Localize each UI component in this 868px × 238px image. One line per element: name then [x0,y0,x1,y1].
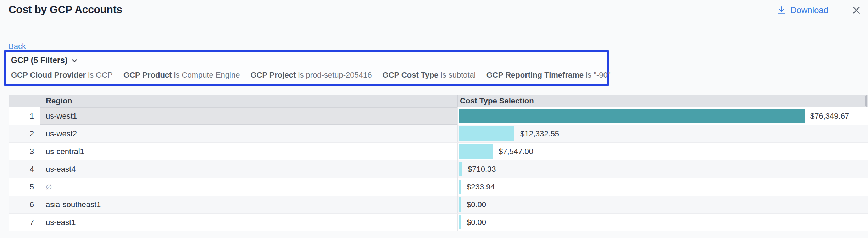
row-number-cell: 2 [9,125,40,142]
top-actions: Download [777,5,862,16]
cost-value-label: $0.00 [467,200,486,209]
filter-item-reporting-timeframe: GCP Reporting Timeframe is "-90" [486,70,611,80]
download-label: Download [790,5,828,15]
grid-header-region[interactable]: Region [40,95,457,107]
vertical-scrollbar[interactable] [865,95,867,107]
filter-item-project: GCP Project is prod-setup-205416 [250,70,372,80]
table-row: 5 ∅ $233.94 [9,178,868,196]
cost-bar [459,162,462,176]
cost-bar [459,180,461,194]
cost-bar [459,109,805,123]
cost-cell[interactable]: $0.00 [457,196,868,213]
region-cell[interactable]: asia-southeast1 [40,196,457,213]
cost-value-label: $0.00 [467,218,486,227]
row-number-cell: 7 [9,214,40,231]
page-title: Cost by GCP Accounts [9,4,122,16]
region-cell[interactable]: us-west1 [40,107,457,125]
cost-cell[interactable]: $76,349.67 [457,107,868,125]
chevron-down-icon [71,57,78,64]
region-label: us-east1 [46,218,76,227]
cost-bar [459,215,461,230]
row-number-cell: 4 [9,160,40,178]
download-icon [777,6,786,15]
filter-group-label: GCP (5 Filters) [11,56,67,65]
table-row: 6 asia-southeast1 $0.00 [9,196,868,214]
cost-cell[interactable]: $710.33 [457,160,868,178]
cost-by-gcp-accounts-flyout: Cost by GCP Accounts Download Back GCP (… [0,0,868,238]
cost-value-label: $233.94 [467,182,495,192]
region-cell[interactable]: us-west2 [40,125,457,142]
filter-item-cloud-provider: GCP Cloud Provider is GCP [11,70,113,80]
row-number-cell: 6 [9,196,40,213]
filter-item-cost-type: GCP Cost Type is subtotal [382,70,475,80]
cost-cell[interactable]: $12,332.55 [457,125,868,142]
table-row: 7 us-east1 $0.00 [9,214,868,231]
region-cell[interactable]: ∅ [40,178,457,196]
cost-value-label: $710.33 [468,165,496,174]
region-cell[interactable]: us-central1 [40,143,457,160]
region-label: ∅ [46,183,52,191]
cost-cell[interactable]: $233.94 [457,178,868,196]
region-cell[interactable]: us-east1 [40,214,457,231]
table-row: 3 us-central1 $7,547.00 [9,143,868,160]
filter-items: GCP Cloud Provider is GCP GCP Product is… [11,70,602,80]
close-button[interactable] [851,5,862,16]
cost-bar [459,197,461,212]
cost-bar [459,144,493,159]
table-row: 2 us-west2 $12,332.55 [9,125,868,143]
region-label: us-east4 [46,165,76,174]
region-label: us-west2 [46,129,77,138]
cost-cell[interactable]: $7,547.00 [457,143,868,160]
table-row: 4 us-east4 $710.33 [9,160,868,178]
close-icon [851,5,862,16]
cost-cell[interactable]: $0.00 [457,214,868,231]
region-label: asia-southeast1 [46,200,101,209]
download-button[interactable]: Download [777,5,828,15]
region-label: us-central1 [46,147,84,156]
cost-value-label: $7,547.00 [499,147,533,156]
row-number-cell: 5 [9,178,40,196]
grid-header-row: Region Cost Type Selection [9,95,868,107]
table-row: 1 us-west1 $76,349.67 [9,107,868,125]
grid-body: 1 us-west1 $76,349.67 2 us-west2 $12,332… [9,107,868,231]
grid-header-cost-type-selection[interactable]: Cost Type Selection [457,95,868,107]
filter-group-toggle[interactable]: GCP (5 Filters) [11,56,602,65]
cost-value-label: $76,349.67 [810,112,849,121]
row-number-cell: 3 [9,143,40,160]
row-number-cell: 1 [9,107,40,125]
cost-data-grid: Region Cost Type Selection 1 us-west1 $7… [9,95,868,231]
cost-bar [459,126,514,141]
cost-value-label: $12,332.55 [520,129,559,138]
filter-group-box: GCP (5 Filters) GCP Cloud Provider is GC… [4,50,609,86]
region-label: us-west1 [46,112,77,121]
grid-header-row-number [9,95,40,107]
region-cell[interactable]: us-east4 [40,160,457,178]
filter-item-product: GCP Product is Compute Engine [123,70,240,80]
